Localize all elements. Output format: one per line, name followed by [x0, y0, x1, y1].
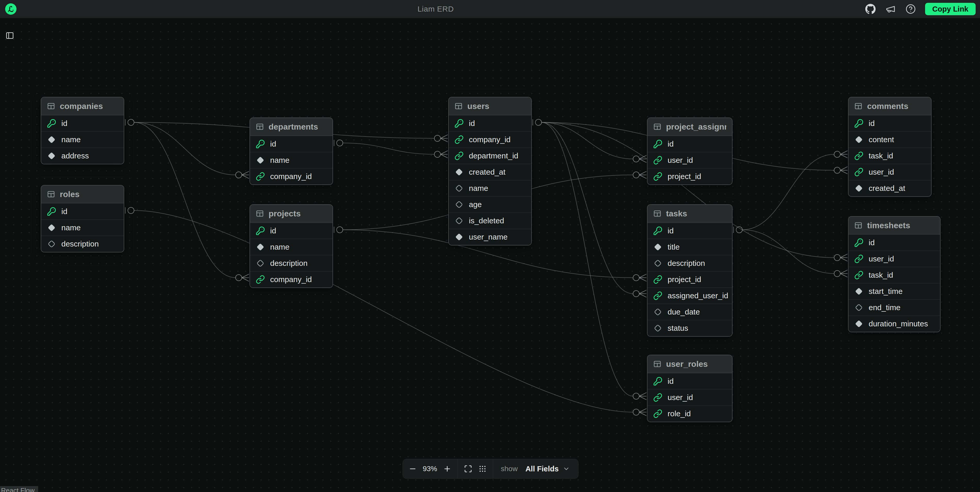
column-row[interactable]: user_name: [449, 229, 531, 245]
sidebar-toggle-icon[interactable]: [5, 30, 15, 41]
table-node-users[interactable]: usersidcompany_iddepartment_idcreated_at…: [448, 97, 532, 246]
column-row[interactable]: company_id: [250, 271, 332, 287]
column-row[interactable]: id: [41, 115, 124, 132]
help-icon[interactable]: [905, 3, 916, 15]
table-node-project_assignments[interactable]: project_assignme...iduser_idproject_id: [647, 117, 733, 185]
column-row[interactable]: id: [848, 235, 940, 251]
column-row[interactable]: user_id: [648, 389, 732, 405]
column-row[interactable]: department_id: [449, 148, 531, 164]
table-node-tasks[interactable]: tasksidtitledescriptionproject_idassigne…: [647, 204, 733, 336]
column-row[interactable]: id: [250, 222, 332, 239]
copy-link-button[interactable]: Copy Link: [925, 3, 975, 15]
column-name: project_id: [668, 275, 701, 284]
column-row[interactable]: age: [449, 196, 531, 213]
column-name: is_deleted: [469, 216, 504, 225]
column-row[interactable]: start_time: [848, 283, 940, 299]
column-row[interactable]: created_at: [848, 180, 931, 196]
foreign-key-icon: [854, 151, 864, 160]
tidy-up-icon[interactable]: [475, 462, 490, 476]
column-name: project_id: [668, 172, 701, 181]
column-row[interactable]: is_deleted: [449, 213, 531, 229]
table-header[interactable]: users: [449, 97, 531, 115]
column-row[interactable]: project_id: [648, 168, 732, 184]
primary-key-icon: [47, 207, 56, 216]
table-icon: [653, 122, 662, 131]
column-row[interactable]: address: [41, 148, 124, 164]
fields-filter-dropdown[interactable]: All Fields: [523, 465, 572, 473]
fit-view-icon[interactable]: [461, 462, 475, 476]
column-row[interactable]: task_id: [848, 148, 931, 164]
table-header[interactable]: departments: [250, 118, 332, 136]
liam-logo-icon[interactable]: ℒ: [5, 3, 16, 15]
cardinality-many-icon: [639, 274, 646, 281]
column-row[interactable]: name: [250, 152, 332, 168]
column-row[interactable]: id: [648, 373, 732, 389]
table-node-companies[interactable]: companiesidnameaddress: [41, 97, 124, 164]
column-row[interactable]: end_time: [848, 299, 940, 316]
cardinality-circle-icon: [337, 227, 343, 233]
column-row[interactable]: user_id: [648, 152, 732, 168]
table-node-timesheets[interactable]: timesheetsiduser_idtask_idstart_timeend_…: [848, 216, 940, 332]
column-row[interactable]: description: [250, 255, 332, 271]
table-header[interactable]: companies: [41, 97, 124, 115]
table-header[interactable]: comments: [848, 97, 931, 115]
table-header[interactable]: projects: [250, 205, 332, 222]
table-node-departments[interactable]: departmentsidnamecompany_id: [250, 117, 333, 185]
column-row[interactable]: description: [41, 236, 124, 252]
column-row[interactable]: duration_minutes: [848, 316, 940, 332]
cardinality-many-icon: [639, 408, 646, 416]
zoom-in-button[interactable]: [440, 462, 454, 476]
column-row[interactable]: title: [648, 239, 732, 255]
column-row[interactable]: description: [648, 255, 732, 271]
column-row[interactable]: id: [449, 115, 531, 132]
column-row[interactable]: id: [848, 115, 931, 132]
relationship-edge: [343, 143, 434, 154]
zoom-out-button[interactable]: [406, 462, 420, 476]
table-icon: [47, 102, 55, 110]
table-node-roles[interactable]: rolesidnamedescription: [41, 185, 124, 252]
nullable-icon: [653, 324, 662, 333]
column-row[interactable]: id: [250, 136, 332, 152]
table-node-projects[interactable]: projectsidnamedescriptioncompany_id: [250, 204, 333, 288]
column-row[interactable]: task_id: [848, 267, 940, 283]
column-row[interactable]: company_id: [250, 168, 332, 184]
primary-key-icon: [256, 226, 265, 235]
column-row[interactable]: id: [41, 203, 124, 219]
cardinality-many-icon: [639, 171, 646, 178]
column-row[interactable]: project_id: [648, 271, 732, 287]
column-row[interactable]: user_id: [848, 164, 931, 180]
column-row[interactable]: created_at: [449, 164, 531, 180]
column-row[interactable]: name: [41, 219, 124, 236]
column-row[interactable]: user_id: [848, 251, 940, 267]
nullable-icon: [854, 303, 864, 312]
column-row[interactable]: content: [848, 132, 931, 148]
table-header[interactable]: tasks: [648, 205, 732, 222]
column-row[interactable]: name: [41, 132, 124, 148]
column-row[interactable]: role_id: [648, 405, 732, 422]
table-node-user_roles[interactable]: user_rolesiduser_idrole_id: [647, 355, 733, 422]
table-header[interactable]: roles: [41, 186, 124, 203]
column-row[interactable]: name: [250, 239, 332, 255]
react-flow-attribution[interactable]: React Flow: [0, 486, 38, 492]
table-node-comments[interactable]: commentsidcontenttask_iduser_idcreated_a…: [848, 97, 932, 197]
column-row[interactable]: due_date: [648, 304, 732, 320]
cardinality-many-icon: [840, 167, 848, 174]
column-row[interactable]: assigned_user_id: [648, 287, 732, 304]
primary-key-icon: [653, 226, 662, 235]
table-name: departments: [269, 122, 318, 132]
not-null-icon: [854, 184, 864, 193]
table-header[interactable]: timesheets: [848, 217, 940, 235]
cardinality-circle-icon: [633, 393, 639, 399]
table-header[interactable]: user_roles: [648, 355, 732, 373]
column-row[interactable]: status: [648, 320, 732, 336]
column-row[interactable]: id: [648, 222, 732, 239]
column-row[interactable]: company_id: [449, 132, 531, 148]
megaphone-icon[interactable]: [885, 3, 896, 15]
github-icon[interactable]: [865, 3, 876, 15]
not-null-icon: [47, 135, 56, 144]
column-row[interactable]: name: [449, 180, 531, 196]
not-null-icon: [454, 232, 464, 241]
table-header[interactable]: project_assignme...: [648, 118, 732, 136]
column-row[interactable]: id: [648, 136, 732, 152]
erd-canvas[interactable]: companiesidnameaddressrolesidnamedescrip…: [0, 18, 980, 492]
